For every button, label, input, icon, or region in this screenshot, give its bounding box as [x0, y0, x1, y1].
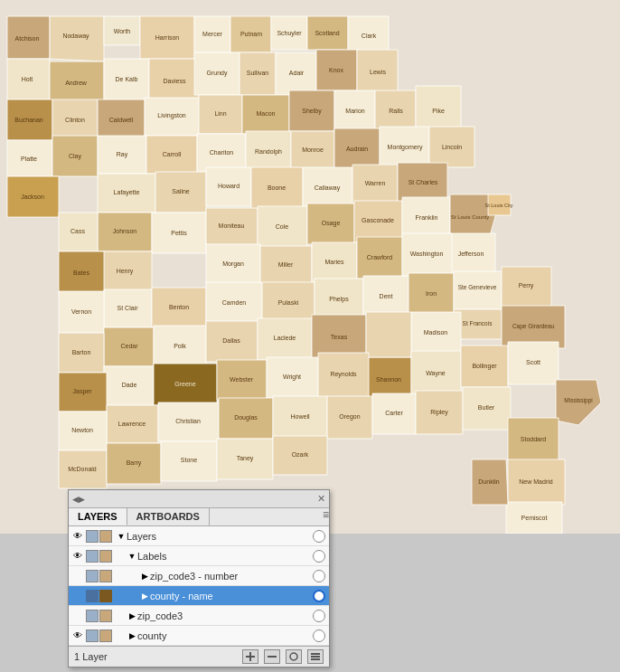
- delete-layer-button[interactable]: [264, 649, 280, 664]
- svg-text:Barton: Barton: [72, 349, 91, 355]
- tab-layers[interactable]: LAYERS: [69, 508, 127, 525]
- svg-text:Putnam: Putnam: [240, 31, 262, 37]
- layer-name-county-name: county - name: [150, 591, 311, 601]
- layer-row-county-name[interactable]: 👁 ▶ county - name: [69, 586, 329, 606]
- panel-resize-icon: ◀▶: [72, 495, 85, 504]
- svg-text:Lewis: Lewis: [370, 69, 386, 75]
- svg-text:Barry: Barry: [127, 459, 142, 467]
- svg-text:Pike: Pike: [432, 108, 445, 114]
- svg-text:Montgomery: Montgomery: [388, 144, 423, 151]
- svg-text:Marion: Marion: [345, 108, 365, 114]
- svg-text:Ray: Ray: [117, 151, 128, 158]
- tab-artboards[interactable]: ARTBOARDS: [127, 508, 210, 525]
- svg-text:Warren: Warren: [365, 180, 386, 186]
- svg-text:Worth: Worth: [114, 28, 131, 34]
- svg-text:Howell: Howell: [290, 413, 309, 420]
- svg-text:New Madrid: New Madrid: [519, 478, 552, 485]
- layer-visibility-icons-zip3: 👁: [69, 609, 114, 623]
- eye-icon-layers[interactable]: 👁: [70, 529, 85, 544]
- swatch1-zip3: [86, 610, 99, 622]
- svg-text:Gasconade: Gasconade: [362, 217, 394, 223]
- svg-point-229: [290, 653, 297, 660]
- layer-name-zip-code3-number: zip_code3 - number: [150, 571, 311, 582]
- swatch1-layers: [86, 530, 99, 543]
- panel-footer: 1 Layer: [69, 646, 329, 667]
- svg-text:Cass: Cass: [70, 228, 85, 234]
- svg-text:Caldwell: Caldwell: [109, 117, 134, 123]
- svg-text:Maries: Maries: [324, 259, 344, 265]
- swatch2-layers: [99, 530, 112, 543]
- layer-row-layers[interactable]: 👁 ▼ Layers: [69, 526, 329, 546]
- svg-text:Knox: Knox: [329, 67, 343, 73]
- svg-text:Dunklin: Dunklin: [478, 478, 499, 485]
- expand-zip-code3-number[interactable]: ▶: [139, 571, 150, 582]
- layer-circle-labels[interactable]: [313, 550, 325, 563]
- layer-row-zip-code3[interactable]: 👁 ▶ zip_code3: [69, 606, 329, 626]
- panel-menu-icon[interactable]: ≡: [323, 508, 329, 525]
- svg-text:Crawford: Crawford: [367, 254, 393, 260]
- svg-text:Camden: Camden: [222, 299, 247, 306]
- expand-layers[interactable]: ▼: [116, 531, 127, 542]
- svg-text:Clinton: Clinton: [65, 117, 85, 123]
- svg-text:St Louis City: St Louis City: [485, 203, 513, 208]
- layer-name-zip-code3: zip_code3: [137, 610, 311, 621]
- swatch2-labels: [99, 550, 112, 563]
- svg-text:Scott: Scott: [526, 359, 540, 365]
- svg-text:Macon: Macon: [256, 110, 275, 117]
- svg-rect-230: [311, 653, 320, 655]
- svg-text:Wayne: Wayne: [426, 370, 446, 377]
- svg-text:Holt: Holt: [22, 76, 33, 82]
- layer-indent-2: ▶ zip_code3 - number: [114, 571, 311, 582]
- svg-text:St Charles: St Charles: [409, 179, 438, 185]
- panel-close-icon[interactable]: ✕: [317, 493, 325, 505]
- svg-text:Shannon: Shannon: [376, 376, 401, 383]
- svg-text:Lincoln: Lincoln: [442, 144, 462, 150]
- expand-county-name[interactable]: ▶: [139, 591, 150, 601]
- svg-text:Saline: Saline: [172, 188, 190, 194]
- svg-text:Christian: Christian: [175, 418, 201, 424]
- move-to-new-layer-button[interactable]: [307, 649, 324, 664]
- move-selection-button[interactable]: [286, 649, 302, 664]
- swatch1-zip: [86, 570, 99, 582]
- layer-indent-county: ▶ county: [114, 630, 311, 641]
- layer-row-county[interactable]: 👁 ▶ county: [69, 626, 329, 646]
- svg-text:Perry: Perry: [519, 282, 534, 289]
- layer-circle-zip3[interactable]: [313, 610, 325, 622]
- new-layer-button[interactable]: [242, 649, 258, 664]
- swatch2-zip: [99, 570, 112, 582]
- svg-text:Dade: Dade: [122, 382, 137, 388]
- svg-text:Washington: Washington: [410, 251, 444, 258]
- svg-text:Livingston: Livingston: [157, 112, 186, 119]
- svg-text:St Louis County: St Louis County: [451, 214, 489, 220]
- expand-zip-code3[interactable]: ▶: [127, 610, 137, 621]
- expand-labels[interactable]: ▼: [127, 551, 137, 562]
- svg-text:Cape Girardeau: Cape Girardeau: [512, 323, 555, 330]
- layer-circle-county-name[interactable]: [313, 590, 325, 602]
- svg-marker-3: [50, 16, 104, 62]
- layer-count-text: 1 Layer: [74, 651, 237, 662]
- layer-circle-county[interactable]: [313, 629, 325, 642]
- svg-text:Adair: Adair: [289, 70, 305, 76]
- layer-circle-layers[interactable]: [313, 530, 325, 543]
- svg-text:Madison: Madison: [424, 329, 448, 336]
- eye-icon-county[interactable]: 👁: [70, 629, 85, 643]
- svg-text:Clark: Clark: [362, 33, 377, 39]
- svg-text:Ralls: Ralls: [389, 108, 403, 114]
- svg-text:Webster: Webster: [230, 376, 254, 383]
- svg-text:Boone: Boone: [268, 185, 286, 191]
- expand-county[interactable]: ▶: [127, 630, 137, 641]
- svg-text:Ozark: Ozark: [292, 451, 309, 458]
- svg-text:Dallas: Dallas: [222, 337, 240, 344]
- svg-rect-227: [249, 652, 251, 661]
- svg-text:Pulaski: Pulaski: [278, 299, 299, 306]
- layer-row-labels[interactable]: 👁 ▼ Labels: [69, 546, 329, 566]
- layer-row-zip-code3-number[interactable]: 👁 ▶ zip_code3 - number: [69, 566, 329, 586]
- svg-text:Howard: Howard: [218, 183, 240, 189]
- eye-icon-labels[interactable]: 👁: [70, 549, 85, 563]
- svg-text:Ste Genevieve: Ste Genevieve: [458, 284, 497, 290]
- swatch1-county-name: [86, 590, 99, 602]
- svg-text:Grundy: Grundy: [207, 70, 228, 77]
- layer-circle-zip-code3-number[interactable]: [313, 570, 325, 582]
- svg-text:Johnson: Johnson: [113, 228, 137, 234]
- layer-visibility-icons-county-name: 👁: [69, 589, 114, 603]
